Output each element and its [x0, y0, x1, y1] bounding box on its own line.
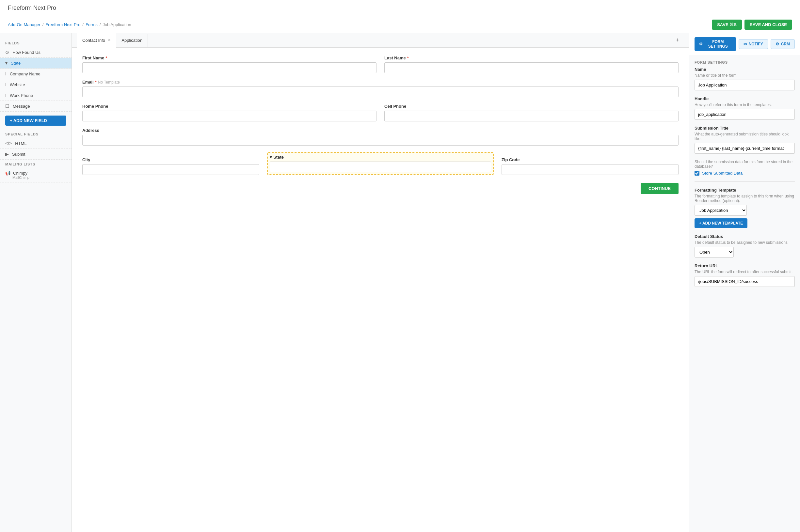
panel-handle-field: Handle How you'll refer to this form in … — [694, 96, 795, 120]
panel-formatting-template-label: Formatting Template — [694, 188, 795, 193]
breadcrumb-addon-manager[interactable]: Add-On Manager — [8, 22, 40, 27]
first-name-required: * — [106, 56, 107, 60]
panel-submission-title-desc: What the auto-generated submission title… — [694, 132, 795, 141]
chimpy-icon: 📢 — [5, 171, 11, 176]
tab-contact-info[interactable]: Contact Info × — [77, 33, 116, 48]
city-state-zip-row: City ▾ State Zip Code — [82, 152, 678, 175]
crm-button[interactable]: ⚙ CRM — [770, 39, 795, 49]
sidebar-item-label: HTML — [15, 141, 26, 146]
panel-name-label: Name — [694, 67, 795, 72]
panel-handle-input[interactable] — [694, 109, 795, 120]
add-new-field-button[interactable]: + ADD NEW FIELD — [5, 116, 66, 126]
text-icon: I — [5, 71, 6, 76]
email-label: Email * No Template — [82, 80, 678, 84]
home-phone-group: Home Phone — [82, 104, 376, 121]
tab-bar: Contact Info × Application + — [72, 33, 689, 48]
tab-close-icon[interactable]: × — [108, 37, 111, 43]
sidebar-item-label: Submit — [12, 152, 25, 157]
sidebar-item-company-name[interactable]: I Company Name — [0, 69, 72, 79]
store-data-label: Store Submitted Data — [702, 171, 743, 176]
name-row: First Name * Last Name * — [82, 56, 678, 73]
radio-icon: ⊙ — [5, 50, 9, 55]
sidebar-item-label: Website — [10, 82, 25, 87]
home-phone-input[interactable] — [82, 111, 376, 121]
city-label: City — [82, 157, 259, 162]
continue-button[interactable]: CONTINUE — [641, 183, 678, 194]
breadcrumb-freeform[interactable]: Freeform Next Pro — [45, 22, 80, 27]
select-icon: ▾ — [5, 60, 7, 65]
divider — [694, 182, 795, 182]
email-row: Email * No Template — [82, 80, 678, 97]
crm-icon: ⚙ — [776, 42, 779, 46]
html-icon: </> — [5, 141, 12, 146]
panel-name-input[interactable] — [694, 80, 795, 90]
state-group: ▾ State — [267, 152, 494, 175]
address-row: Address — [82, 128, 678, 146]
panel-return-url-label: Return URL — [694, 263, 795, 268]
city-input[interactable] — [82, 164, 259, 175]
submit-icon: ▶ — [5, 151, 9, 157]
panel-formatting-template-field: Formatting Template The formatting templ… — [694, 188, 795, 228]
panel-return-url-input[interactable] — [694, 276, 795, 287]
form-settings-button[interactable]: ⚙ FORM SETTINGS — [694, 37, 736, 51]
formatting-template-select[interactable]: Job Application — [694, 205, 747, 216]
state-input[interactable] — [270, 162, 491, 172]
cell-phone-input[interactable] — [384, 111, 678, 121]
panel-name-field: Name Name or title of the form. — [694, 67, 795, 90]
panel-toolbar: ⚙ FORM SETTINGS ✉ NOTIFY ⚙ CRM — [689, 33, 800, 55]
sidebar-item-website[interactable]: I Website — [0, 79, 72, 90]
email-group: Email * No Template — [82, 80, 678, 97]
city-group: City — [82, 157, 259, 175]
default-status-select[interactable]: Open — [694, 247, 734, 258]
mailing-lists-section-title: MAILING LISTS — [0, 159, 72, 168]
sidebar-item-state[interactable]: ▾ State — [0, 58, 72, 69]
panel-formatting-template-desc: The formatting template to assign to thi… — [694, 194, 795, 203]
sidebar-item-how-found-us[interactable]: ⊙ How Found Us — [0, 47, 72, 58]
save-close-button[interactable]: SAVE AND CLOSE — [744, 20, 792, 30]
sidebar-item-work-phone[interactable]: I Work Phone — [0, 90, 72, 101]
save-button[interactable]: SAVE ⌘S — [712, 20, 742, 30]
home-phone-label: Home Phone — [82, 104, 376, 109]
right-panel: ⚙ FORM SETTINGS ✉ NOTIFY ⚙ CRM FORM SETT… — [689, 33, 800, 532]
tab-label: Application — [122, 38, 142, 43]
sidebar-item-message[interactable]: ☐ Message — [0, 101, 72, 112]
state-label: ▾ State — [270, 155, 491, 159]
sidebar-item-submit[interactable]: ▶ Submit — [0, 149, 72, 159]
header-btn-group: SAVE ⌘S SAVE AND CLOSE — [712, 20, 792, 30]
panel-return-url-desc: The URL the form will redirect to after … — [694, 270, 795, 274]
email-required: * — [95, 80, 97, 84]
notify-button[interactable]: ✉ NOTIFY — [739, 39, 768, 49]
last-name-input[interactable] — [384, 62, 678, 73]
breadcrumb-forms[interactable]: Forms — [86, 22, 98, 27]
address-label: Address — [82, 128, 678, 133]
zip-input[interactable] — [502, 164, 678, 175]
panel-name-desc: Name or title of the form. — [694, 73, 795, 78]
zip-group: Zip Code — [502, 157, 678, 175]
first-name-label: First Name * — [82, 56, 376, 60]
zip-label: Zip Code — [502, 157, 678, 162]
store-data-checkbox-row: Store Submitted Data — [694, 171, 795, 176]
panel-store-data-desc: Should the submission data for this form… — [694, 159, 795, 169]
panel-handle-label: Handle — [694, 96, 795, 101]
first-name-input[interactable] — [82, 62, 376, 73]
first-name-group: First Name * — [82, 56, 376, 73]
sidebar-item-chimpy[interactable]: 📢 Chimpy MailChimp — [0, 168, 72, 183]
add-new-template-button[interactable]: + ADD NEW TEMPLATE — [694, 218, 747, 228]
sidebar-item-html[interactable]: </> HTML — [0, 138, 72, 149]
last-name-group: Last Name * — [384, 56, 678, 73]
tab-add-button[interactable]: + — [671, 34, 684, 47]
continue-row: CONTINUE — [82, 183, 678, 194]
last-name-required: * — [407, 56, 409, 60]
text-icon: I — [5, 93, 6, 98]
panel-handle-desc: How you'll refer to this form in the tem… — [694, 102, 795, 107]
panel-submission-title-input[interactable] — [694, 143, 795, 154]
sidebar: FIELDS ⊙ How Found Us ▾ State I Company … — [0, 33, 72, 532]
form-content: First Name * Last Name * Ema — [72, 48, 689, 532]
store-data-checkbox[interactable] — [694, 171, 700, 176]
address-input[interactable] — [82, 135, 678, 146]
app-title: Freeform Next Pro — [8, 4, 56, 12]
text-icon: I — [5, 82, 6, 87]
tab-application[interactable]: Application — [116, 34, 148, 47]
mailing-list-name: Chimpy — [13, 171, 27, 176]
email-input[interactable] — [82, 87, 678, 97]
